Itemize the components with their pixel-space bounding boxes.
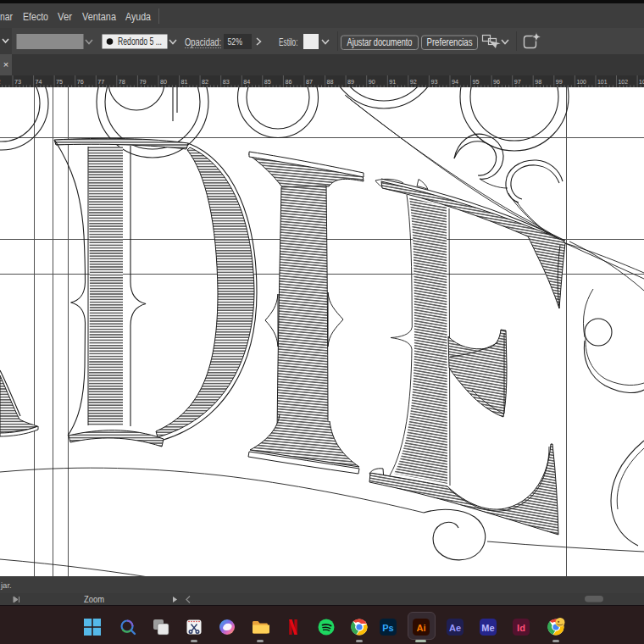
svg-text:Ajustar documento: Ajustar documento: [347, 36, 413, 48]
svg-text:Estilo:: Estilo:: [279, 36, 298, 48]
svg-text:100: 100: [576, 78, 586, 86]
svg-text:Me: Me: [481, 623, 494, 633]
svg-text:77: 77: [97, 78, 104, 86]
svg-text:98: 98: [535, 78, 541, 86]
svg-text:86: 86: [285, 78, 291, 86]
svg-text:Id: Id: [517, 623, 525, 633]
svg-text:97: 97: [514, 78, 521, 86]
svg-text:Redondo 5 ...: Redondo 5 ...: [118, 36, 162, 47]
svg-text:81: 81: [181, 78, 188, 86]
svg-text:94: 94: [452, 78, 458, 86]
svg-text:Ver: Ver: [58, 10, 72, 23]
svg-text:76: 76: [77, 78, 84, 86]
svg-text:Efecto: Efecto: [23, 10, 48, 23]
svg-text:73: 73: [14, 78, 21, 86]
svg-text:102: 102: [619, 78, 629, 86]
svg-text:93: 93: [430, 78, 437, 86]
svg-text:Ae: Ae: [449, 623, 461, 633]
svg-text:96: 96: [493, 78, 500, 86]
svg-text:52%: 52%: [228, 36, 243, 47]
svg-text:84: 84: [243, 78, 250, 86]
svg-text:99: 99: [556, 78, 563, 86]
svg-text:89: 89: [347, 78, 354, 86]
svg-text:Opacidad:: Opacidad:: [185, 36, 221, 48]
svg-text:79: 79: [139, 78, 146, 86]
svg-text:83: 83: [223, 78, 230, 86]
svg-text:95: 95: [473, 78, 480, 86]
svg-text:Zoom: Zoom: [84, 595, 104, 604]
svg-text:75: 75: [56, 78, 63, 86]
svg-text:92: 92: [410, 78, 417, 86]
svg-text:90: 90: [369, 78, 375, 86]
svg-text:87: 87: [306, 78, 313, 86]
svg-text:Preferencias: Preferencias: [427, 36, 473, 48]
svg-text:88: 88: [327, 78, 334, 86]
svg-text:Ayuda: Ayuda: [125, 10, 151, 23]
svg-text:91: 91: [389, 78, 396, 86]
svg-text:nar: nar: [0, 10, 13, 23]
svg-text:74: 74: [36, 78, 42, 86]
svg-text:101: 101: [597, 78, 608, 86]
svg-text:Ai: Ai: [417, 623, 426, 633]
svg-text:Ps: Ps: [382, 623, 393, 633]
svg-text:80: 80: [160, 78, 167, 86]
svg-text:78: 78: [119, 78, 125, 86]
svg-text:82: 82: [202, 78, 208, 86]
svg-text:103: 103: [639, 78, 644, 86]
svg-text:Ventana: Ventana: [82, 10, 116, 23]
svg-text:85: 85: [264, 78, 271, 86]
